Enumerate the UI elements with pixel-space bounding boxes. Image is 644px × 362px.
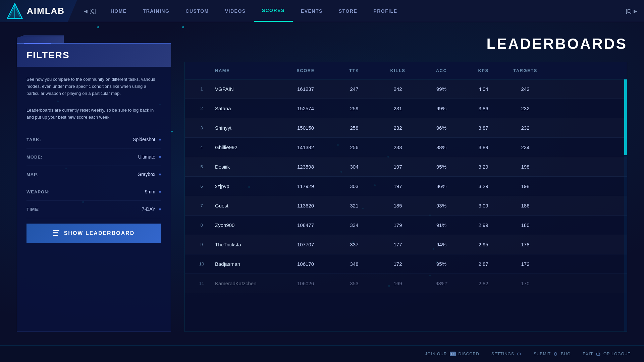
- table-cell-ttk: 348: [332, 256, 376, 272]
- footer-settings[interactable]: SETTINGS ⚙: [491, 351, 522, 357]
- filters-body: See how you compare to the community on …: [17, 67, 171, 332]
- table-cell-acc: 94%: [420, 236, 463, 253]
- table-row[interactable]: 9TheTricksta10770733717794%2.95178: [185, 235, 627, 254]
- chevron-down-icon: ▾: [159, 136, 161, 143]
- table-row[interactable]: 11KameradKatzchen10602635316998%*2.82170: [185, 274, 627, 293]
- nav-item-store[interactable]: STORE: [331, 0, 365, 22]
- filters-header-tab: [17, 36, 64, 43]
- table-cell-name: Desiiik: [212, 159, 279, 175]
- table-cell-kills: 169: [376, 275, 420, 292]
- filters-desc-1: See how you compare to the community on …: [26, 76, 161, 97]
- filters-header: FILTERS: [17, 43, 171, 67]
- chevron-down-icon: ▾: [159, 171, 161, 178]
- table-cell-targets: 180: [503, 217, 547, 233]
- table-cell-score: 150150: [279, 120, 332, 136]
- table-header-NAME: NAME: [212, 62, 279, 79]
- footer-discord[interactable]: JOIN OUR d DISCORD: [425, 352, 479, 356]
- table-cell-kills: 177: [376, 236, 420, 253]
- table-cell-score: 123598: [279, 159, 332, 175]
- table-cell-rank: 3: [192, 120, 212, 136]
- table-cell-ttk: 258: [332, 120, 376, 136]
- table-cell-kps: 3.29: [463, 159, 503, 175]
- table-row[interactable]: 1VGPAIN16123724724299%4.04242: [185, 79, 627, 99]
- filter-label: MODE:: [26, 155, 43, 160]
- table-cell-score: 108477: [279, 217, 332, 233]
- table-row[interactable]: 8Zyon90010847733417991%2.99180: [185, 216, 627, 235]
- filter-row-map[interactable]: MAP: Graybox ▾: [26, 166, 161, 183]
- table-row[interactable]: 3Shinyyt15015025823296%3.87232: [185, 118, 627, 138]
- table-cell-targets: 178: [503, 236, 547, 253]
- table-row[interactable]: 7Guest11362032118593%3.09186: [185, 196, 627, 216]
- filter-row-weapon[interactable]: WEAPON: 9mm ▾: [26, 183, 161, 201]
- filter-value[interactable]: Spidershot ▾: [133, 136, 161, 143]
- table-row[interactable]: 4Ghillie99214138225623388%3.89234: [185, 138, 627, 157]
- nav-item-profile[interactable]: PROFILE: [365, 0, 405, 22]
- nav-next-button[interactable]: [E] ▶: [619, 8, 644, 14]
- table-cell-rank: 8: [192, 217, 212, 233]
- table-cell-acc: 91%: [420, 217, 463, 233]
- table-header-ACC: ACC: [420, 62, 463, 79]
- table-cell-name: Ghillie992: [212, 139, 279, 156]
- table-body: 1VGPAIN16123724724299%4.042422Satana1525…: [185, 79, 627, 331]
- nav-item-home[interactable]: HOME: [103, 0, 135, 22]
- table-cell-kills: 231: [376, 100, 420, 117]
- table-cell-score: 117929: [279, 178, 332, 194]
- footer-bug[interactable]: SUBMIT ⚙ BUG: [534, 351, 571, 357]
- nav-item-training[interactable]: TRAINING: [135, 0, 178, 22]
- filter-value[interactable]: 7-DAY ▾: [142, 206, 161, 213]
- navigation: AIMLAB ◀ [Q] HOMETRAININGCUSTOMVIDEOSSCO…: [0, 0, 644, 22]
- aimlab-logo-icon: [7, 3, 23, 19]
- discord-icon: d: [450, 352, 456, 356]
- filters-desc-2: Leaderboards are currently reset weekly,…: [26, 107, 161, 121]
- table-cell-kps: 2.99: [463, 217, 503, 233]
- table-cell-kills: 233: [376, 139, 420, 156]
- table-row[interactable]: 6xzjpvp11792930319786%3.29198: [185, 177, 627, 196]
- filter-row-time[interactable]: TIME: 7-DAY ▾: [26, 201, 161, 218]
- table-row[interactable]: 2Satana15257425923199%3.86232: [185, 99, 627, 118]
- table-cell-kills: 172: [376, 256, 420, 272]
- filter-row-mode[interactable]: MODE: Ultimate ▾: [26, 148, 161, 166]
- settings-icon: ⚙: [517, 351, 522, 357]
- list-icon: [53, 230, 59, 236]
- filter-label: WEAPON:: [26, 189, 50, 194]
- logo[interactable]: AIMLAB: [0, 0, 77, 22]
- nav-item-videos[interactable]: VIDEOS: [217, 0, 254, 22]
- leaderboard-section: LEADERBOARDS NAMESCORETTKKILLSACCKPSTARG…: [184, 36, 627, 332]
- table-cell-targets: 232: [503, 120, 547, 136]
- table-cell-rank: 11: [192, 276, 212, 291]
- nav-item-scores[interactable]: SCORES: [254, 0, 293, 22]
- footer-discord-label: JOIN OUR: [425, 352, 447, 356]
- nav-items: HOMETRAININGCUSTOMVIDEOSSCORESEVENTSSTOR…: [103, 0, 619, 22]
- table-row[interactable]: 10Badjasman10617034817295%2.87172: [185, 254, 627, 274]
- table-header-rank: [192, 62, 212, 79]
- leaderboard-title: LEADERBOARDS: [184, 36, 627, 52]
- table-cell-acc: 99%: [420, 100, 463, 117]
- table-cell-ttk: 259: [332, 100, 376, 117]
- footer-settings-label: SETTINGS: [491, 352, 514, 356]
- table-cell-kps: 3.86: [463, 100, 503, 117]
- filter-value[interactable]: 9mm ▾: [145, 189, 161, 195]
- show-leaderboard-button[interactable]: SHOW LEADERBOARD: [26, 224, 161, 243]
- table-cell-kps: 2.87: [463, 256, 503, 272]
- footer-exit[interactable]: EXIT ⏻ OR LOGOUT: [583, 351, 631, 357]
- table-cell-kps: 3.09: [463, 197, 503, 214]
- table-row[interactable]: 5Desiiik12359830419795%3.29198: [185, 157, 627, 177]
- table-cell-ttk: 304: [332, 159, 376, 175]
- chevron-down-icon: ▾: [159, 206, 161, 213]
- table-cell-rank: 2: [192, 101, 212, 116]
- table-cell-name: Guest: [212, 197, 279, 214]
- leaderboard-table: NAMESCORETTKKILLSACCKPSTARGETS 1VGPAIN16…: [184, 62, 627, 332]
- nav-prev-button[interactable]: ◀ [Q]: [77, 8, 103, 14]
- scrollbar-thumb[interactable]: [624, 79, 627, 155]
- filter-row-task[interactable]: TASK: Spidershot ▾: [26, 131, 161, 148]
- filter-label: TIME:: [26, 207, 40, 212]
- footer-exit-suffix: OR LOGOUT: [603, 352, 631, 356]
- scrollbar-track[interactable]: [624, 79, 627, 331]
- table-cell-kps: 2.82: [463, 275, 503, 292]
- nav-item-custom[interactable]: CUSTOM: [177, 0, 217, 22]
- table-cell-acc: 88%: [420, 139, 463, 156]
- filter-value[interactable]: Graybox ▾: [138, 171, 161, 178]
- filter-value[interactable]: Ultimate ▾: [138, 154, 161, 160]
- power-icon: ⏻: [596, 351, 601, 357]
- nav-item-events[interactable]: EVENTS: [293, 0, 331, 22]
